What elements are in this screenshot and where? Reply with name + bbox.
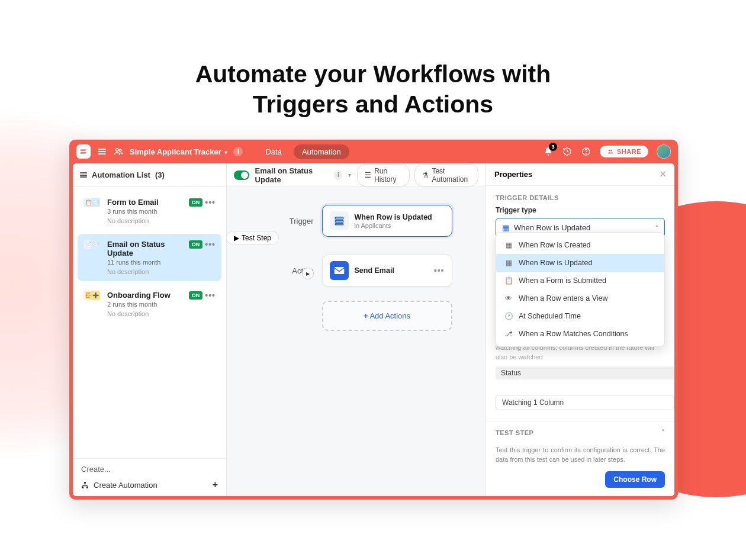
email-icon: ✉️ [91, 198, 100, 207]
svg-rect-9 [335, 217, 343, 219]
status-badge: ON [189, 240, 203, 249]
chevron-up-icon[interactable]: ˄ [661, 429, 665, 436]
hero-line-1: Automate your Workflows with [195, 60, 551, 88]
watching-columns-chip[interactable]: Watching 1 Column [496, 395, 674, 410]
run-history-button[interactable]: ☰ Run History [357, 164, 410, 186]
svg-rect-7 [82, 487, 83, 488]
svg-rect-6 [84, 482, 86, 484]
dd-row-updated[interactable]: ▦ When Row is Updated [496, 254, 664, 272]
tab-automation[interactable]: Automation [294, 144, 349, 159]
automation-item-email-on-status-update[interactable]: 📄 ✉️ Email on Status Update 11 runs this… [78, 234, 221, 281]
more-icon[interactable]: ••• [205, 291, 216, 300]
status-badge: ON [189, 198, 203, 207]
play-icon: ▶ [234, 234, 239, 242]
row-icon: ▦ [502, 223, 509, 232]
hero-line-2: Triggers and Actions [253, 91, 493, 118]
dd-form-submitted[interactable]: 📋 When a Form is Submitted [496, 272, 664, 289]
info-icon[interactable]: i [233, 147, 243, 156]
test-step-button[interactable]: ▶ Test Step [227, 231, 279, 245]
run-step-button[interactable]: ▶ [302, 268, 314, 279]
create-label: Create... [81, 465, 218, 474]
notifications-button[interactable]: 3 [543, 146, 554, 157]
close-icon[interactable]: × [660, 168, 666, 181]
trigger-type-label: Trigger type [486, 206, 674, 218]
row-updated-icon: ▦ [504, 259, 513, 267]
history-icon[interactable] [562, 146, 573, 157]
svg-rect-8 [86, 487, 88, 488]
properties-title: Properties [494, 170, 532, 179]
clock-icon: 🕐 [504, 312, 513, 320]
email-icon: ✉️ [91, 240, 100, 249]
workspace-title[interactable]: Simple Applicant Tracker ▾ [130, 147, 227, 156]
automation-list-header: Automation List (3) [73, 163, 226, 187]
row-created-icon: ▦ [504, 241, 513, 249]
chevron-down-icon[interactable]: ▾ [348, 172, 351, 178]
notifications-badge: 3 [549, 143, 557, 151]
app-logo[interactable] [76, 144, 91, 159]
svg-point-3 [586, 153, 587, 154]
automation-item-form-to-email[interactable]: 📋 ✉️ Form to Email 3 runs this month No … [78, 192, 221, 230]
chevron-up-icon: ˄ [655, 224, 658, 231]
dd-row-created[interactable]: ▦ When Row is Created [496, 236, 664, 254]
list-icon [80, 172, 87, 178]
tab-data[interactable]: Data [257, 144, 290, 159]
condition-icon: ⎇ [504, 330, 513, 338]
members-icon[interactable] [113, 146, 124, 157]
test-step-title: TEST STEP [496, 429, 533, 436]
trigger-details-title: TRIGGER DETAILS [486, 186, 674, 206]
svg-point-5 [610, 150, 612, 152]
plus-icon: + [213, 479, 218, 490]
form-icon: 📋 [504, 276, 513, 285]
more-icon[interactable]: ••• [205, 240, 216, 249]
flask-icon: ⚗ [422, 171, 429, 179]
dd-row-enters-view[interactable]: 👁 When a Row enters a View [496, 289, 664, 307]
list-icon: ☰ [365, 171, 371, 179]
menu-icon[interactable] [97, 146, 107, 157]
app-window: Simple Applicant Tracker ▾ i Data Automa… [69, 140, 678, 500]
automation-enable-toggle[interactable] [234, 170, 249, 180]
create-automation-button[interactable]: Create Automation + [81, 479, 218, 490]
row-update-icon [330, 211, 349, 230]
automation-title: Email on Status Update [255, 166, 329, 184]
svg-point-1 [119, 149, 121, 152]
test-automation-button[interactable]: ⚗ Test Automation [414, 164, 478, 186]
svg-point-0 [116, 149, 119, 152]
share-button[interactable]: SHARE [600, 146, 648, 157]
test-step-description: Test this trigger to confirm its configu… [486, 440, 674, 466]
info-icon[interactable]: i [334, 170, 342, 180]
add-actions-button[interactable]: + Add Actions [322, 301, 452, 331]
status-badge: ON [189, 291, 203, 300]
user-avatar[interactable] [657, 144, 671, 159]
automation-canvas: Email on Status Update i ▾ ☰ Run History… [227, 163, 486, 496]
properties-panel: Properties × TRIGGER DETAILS Trigger typ… [486, 163, 674, 496]
more-icon[interactable]: ••• [205, 198, 216, 207]
choose-row-button[interactable]: Choose Row [605, 471, 665, 488]
plus-icon: ➕ [91, 291, 100, 300]
svg-point-4 [609, 150, 610, 152]
automation-list-panel: Automation List (3) 📋 ✉️ Form to Email 3… [73, 163, 227, 496]
dd-matches-conditions[interactable]: ⎇ When a Row Matches Conditions [496, 325, 664, 343]
svg-rect-11 [335, 224, 343, 225]
chevron-down-icon: ▾ [224, 149, 227, 156]
automation-item-onboarding-flow[interactable]: 🔀 ➕ Onboarding Flow 2 runs this month No… [78, 285, 221, 323]
status-chip[interactable]: Status [496, 366, 674, 379]
help-icon[interactable] [581, 146, 591, 157]
trigger-label: Trigger [261, 217, 314, 226]
hero-title: Automate your Workflows with Triggers an… [0, 59, 746, 120]
view-icon: 👁 [504, 294, 513, 302]
dd-scheduled-time[interactable]: 🕐 At Scheduled Time [496, 307, 664, 325]
sitemap-icon [81, 481, 89, 489]
trigger-type-dropdown: ▦ When Row is Created ▦ When Row is Upda… [496, 232, 665, 347]
topbar: Simple Applicant Tracker ▾ i Data Automa… [69, 140, 678, 163]
svg-rect-10 [335, 220, 343, 222]
